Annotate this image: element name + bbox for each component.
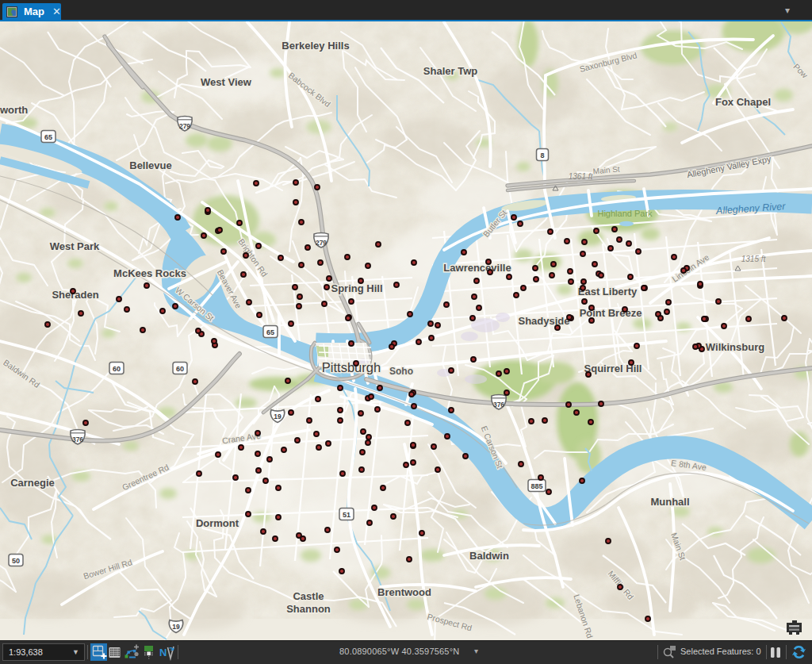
svg-text:Pittsburgh: Pittsburgh	[322, 360, 381, 374]
svg-text:60: 60	[113, 365, 121, 373]
svg-text:McKees Rocks: McKees Rocks	[113, 267, 186, 279]
svg-text:50: 50	[12, 557, 20, 565]
svg-text:Shannon: Shannon	[286, 603, 331, 615]
svg-text:Soho: Soho	[389, 366, 413, 377]
svg-text:19: 19	[172, 623, 180, 631]
svg-text:279: 279	[179, 122, 190, 130]
svg-text:Bellevue: Bellevue	[129, 159, 171, 171]
svg-text:Spring Hill: Spring Hill	[331, 282, 383, 294]
svg-text:Fox Chapel: Fox Chapel	[715, 96, 771, 108]
svg-text:60: 60	[176, 365, 184, 373]
svg-text:1361 ft: 1361 ft	[569, 172, 594, 181]
svg-text:Lawrenceville: Lawrenceville	[443, 262, 511, 274]
svg-text:376: 376	[72, 436, 83, 443]
svg-text:885: 885	[530, 482, 542, 490]
svg-text:Brentwood: Brentwood	[377, 586, 431, 598]
svg-text:Shadyside: Shadyside	[518, 315, 569, 327]
svg-text:Munhall: Munhall	[650, 496, 689, 508]
svg-text:19: 19	[274, 413, 282, 420]
svg-text:65: 65	[266, 328, 274, 336]
svg-text:51: 51	[343, 511, 350, 519]
svg-text:Carnegie: Carnegie	[10, 477, 55, 489]
svg-text:sworth: sworth	[0, 104, 28, 116]
svg-text:Highland Park: Highland Park	[597, 209, 653, 218]
svg-text:East Liberty: East Liberty	[578, 286, 638, 297]
svg-text:Berkeley Hills: Berkeley Hills	[282, 40, 349, 52]
svg-text:N: N	[159, 647, 167, 658]
svg-text:65: 65	[44, 133, 52, 141]
svg-text:Wilkinsburg: Wilkinsburg	[706, 341, 764, 353]
svg-text:Shaler Twp: Shaler Twp	[423, 65, 477, 77]
svg-text:West Park: West Park	[50, 240, 100, 252]
svg-text:Baldwin: Baldwin	[469, 550, 509, 562]
svg-text:8: 8	[540, 152, 544, 159]
svg-text:376: 376	[493, 401, 504, 409]
svg-text:West View: West View	[201, 76, 252, 88]
svg-text:279: 279	[316, 239, 327, 247]
svg-text:1315 ft: 1315 ft	[741, 255, 767, 263]
svg-text:Dormont: Dormont	[196, 517, 239, 529]
svg-text:Castle: Castle	[293, 590, 324, 602]
